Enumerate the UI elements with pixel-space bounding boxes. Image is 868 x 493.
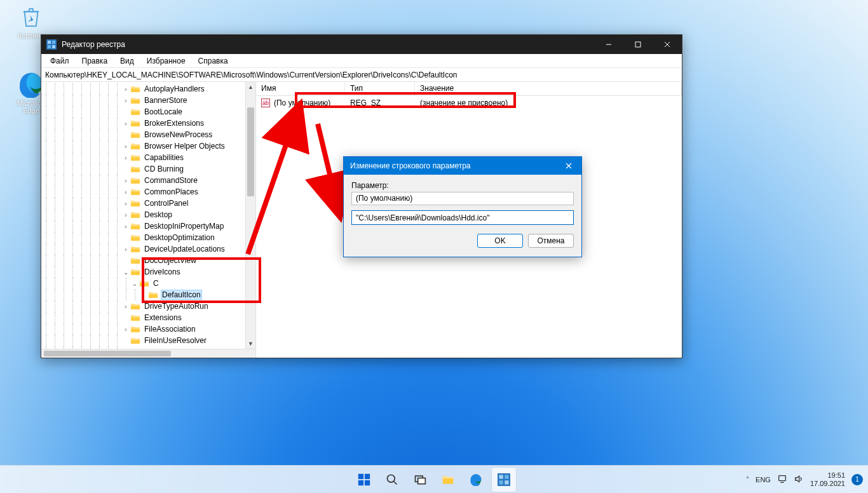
tree-node[interactable]: ›CommonPlaces	[41, 186, 255, 198]
tree-node[interactable]: BrowseNewProcess	[41, 129, 255, 140]
tree-node[interactable]: DesktopOptimization	[41, 232, 255, 243]
tray-notifications[interactable]: 1	[851, 474, 863, 485]
menu-edit[interactable]: Правка	[77, 55, 113, 67]
col-name[interactable]: Имя	[256, 82, 345, 95]
folder-icon	[130, 107, 140, 116]
folder-icon	[130, 222, 140, 231]
folder-icon	[130, 165, 140, 173]
tree-node[interactable]: ›FileAssociation	[41, 323, 255, 335]
tree-node[interactable]: ›Desktop	[41, 209, 255, 220]
tree-node[interactable]: ›AutoplayHandlers	[41, 83, 255, 95]
tree-node[interactable]: ›BrokerExtensions	[41, 118, 255, 129]
app-icon	[46, 39, 57, 50]
expand-icon[interactable]: ›	[121, 246, 130, 253]
folder-icon	[130, 142, 140, 151]
ok-button[interactable]: OK	[477, 234, 523, 248]
menu-view[interactable]: Вид	[115, 55, 139, 67]
tray-chevron-up-icon[interactable]: ˄	[746, 476, 749, 483]
tree-node[interactable]: ›Browser Helper Objects	[41, 140, 255, 152]
expand-icon[interactable]: ⌄	[130, 280, 139, 287]
tree-node[interactable]: ›DriveTypeAutoRun	[41, 301, 255, 312]
tree-node[interactable]: Extensions	[41, 312, 255, 323]
svg-rect-14	[358, 473, 363, 478]
expand-icon[interactable]: ›	[121, 189, 130, 196]
task-view-button[interactable]	[408, 468, 432, 492]
edge-button[interactable]	[464, 468, 488, 492]
tree-node-label: Browser Helper Objects	[143, 142, 226, 151]
scroll-thumb[interactable]	[247, 107, 254, 196]
close-button[interactable]	[653, 35, 682, 54]
expand-icon[interactable]: ⌄	[121, 269, 130, 276]
search-button[interactable]	[380, 468, 404, 492]
minimize-button[interactable]	[594, 35, 623, 54]
folder-icon	[130, 313, 140, 322]
dialog-titlebar[interactable]: Изменение строкового параметра	[344, 157, 581, 175]
tree-node[interactable]: DocObjectView	[41, 255, 255, 266]
svg-rect-15	[365, 473, 370, 478]
address-bar[interactable]: Компьютер\HKEY_LOCAL_MACHINE\SOFTWARE\Mi…	[41, 68, 682, 82]
svg-rect-2	[48, 41, 51, 44]
titlebar[interactable]: Редактор реестра	[41, 35, 682, 54]
dialog-title: Изменение строкового параметра	[350, 161, 471, 170]
tray-volume-icon[interactable]	[794, 474, 804, 485]
tree-node-label: DefaultIcon	[161, 290, 202, 300]
registry-value-row[interactable]: ab (По умолчанию) REG_SZ (значение не пр…	[256, 97, 682, 109]
expand-icon[interactable]: ›	[121, 303, 130, 310]
tree-node[interactable]: ›CommandStore	[41, 175, 255, 186]
col-type[interactable]: Тип	[345, 82, 415, 95]
dialog-close-button[interactable]	[556, 157, 581, 175]
folder-icon	[130, 176, 140, 185]
tray-language[interactable]: ENG	[756, 476, 771, 483]
tray-network-icon[interactable]	[777, 474, 787, 485]
tray-clock[interactable]: 19:51 17.09.2021	[810, 471, 845, 487]
tree-node[interactable]: CD Burning	[41, 163, 255, 175]
tree-node-label: ControlPanel	[143, 199, 189, 208]
scroll-up-icon[interactable]: ▲	[246, 82, 255, 92]
tree-node-label: CommandStore	[143, 176, 199, 185]
tree-node[interactable]: DefaultIcon	[41, 289, 255, 301]
tree-node-label: FileAssociation	[143, 325, 197, 334]
expand-icon[interactable]: ›	[121, 97, 130, 104]
menu-file[interactable]: Файл	[45, 55, 74, 67]
cancel-button[interactable]: Отмена	[528, 234, 574, 248]
expand-icon[interactable]: ›	[121, 143, 130, 150]
address-text: Компьютер\HKEY_LOCAL_MACHINE\SOFTWARE\Mi…	[45, 71, 458, 79]
tree-node[interactable]: ›ControlPanel	[41, 198, 255, 209]
folder-icon	[139, 279, 149, 288]
expand-icon[interactable]: ›	[121, 86, 130, 93]
explorer-button[interactable]	[436, 468, 460, 492]
tree-node[interactable]: ›Capabilities	[41, 152, 255, 163]
folder-icon	[130, 256, 140, 265]
tree-scrollbar-horizontal[interactable]	[41, 349, 255, 358]
value-input[interactable]	[351, 210, 574, 225]
expand-icon[interactable]: ›	[121, 200, 130, 207]
tree-node[interactable]: ›DeviceUpdateLocations	[41, 243, 255, 255]
tree-node-label: AutoplayHandlers	[143, 84, 206, 93]
col-data[interactable]: Значение	[415, 82, 682, 95]
expand-icon[interactable]: ›	[121, 120, 130, 127]
expand-icon[interactable]: ›	[121, 326, 130, 333]
scroll-thumb[interactable]	[44, 351, 171, 356]
registry-tree[interactable]: ›AutoplayHandlers›BannerStoreBootLocale›…	[41, 82, 255, 358]
svg-rect-17	[365, 480, 370, 485]
maximize-button[interactable]	[623, 35, 653, 54]
menu-help[interactable]: Справка	[193, 55, 233, 67]
expand-icon[interactable]: ›	[121, 212, 130, 219]
folder-icon	[130, 119, 140, 128]
tree-node[interactable]: ›BannerStore	[41, 95, 255, 106]
tree-scrollbar-vertical[interactable]: ▲ ▼	[245, 82, 255, 349]
tree-node[interactable]: BootLocale	[41, 106, 255, 118]
tree-node[interactable]: ›DesktopIniPropertyMap	[41, 220, 255, 232]
expand-icon[interactable]: ›	[121, 177, 130, 184]
regedit-button[interactable]	[492, 468, 516, 492]
expand-icon[interactable]: ›	[121, 223, 130, 230]
svg-rect-3	[52, 41, 55, 44]
scroll-down-icon[interactable]: ▼	[246, 339, 255, 349]
tree-node[interactable]: ⌄DriveIcons	[41, 266, 255, 278]
tree-node[interactable]: FileInUseResolver	[41, 335, 255, 346]
menu-favorites[interactable]: Избранное	[142, 55, 191, 67]
start-button[interactable]	[352, 468, 376, 492]
tree-node[interactable]: ⌄C	[41, 278, 255, 289]
tree-node-label: BootLocale	[143, 107, 184, 116]
expand-icon[interactable]: ›	[121, 154, 130, 161]
